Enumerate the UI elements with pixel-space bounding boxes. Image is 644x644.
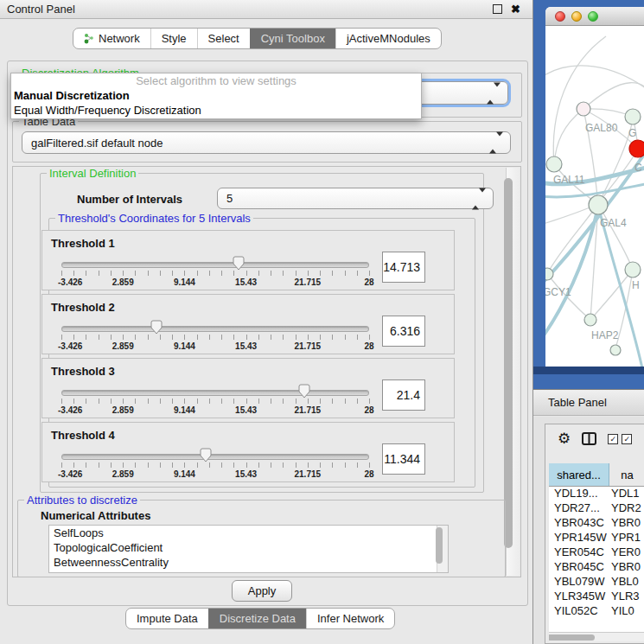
scrollbar-thumb[interactable] xyxy=(549,634,595,641)
scrollbar-thumb[interactable] xyxy=(504,178,513,548)
table-row[interactable]: YBL079WYBL0 xyxy=(549,574,644,589)
threshold-2-slider[interactable]: -3.4262.8599.14415.4321.71528 xyxy=(61,319,369,354)
network-node[interactable] xyxy=(546,156,562,172)
table-data-combobox[interactable]: galFiltered.sif default node xyxy=(22,131,511,154)
cell-name[interactable]: YPR1 xyxy=(609,530,644,545)
close-icon[interactable]: ✖ xyxy=(511,3,520,15)
tab-select[interactable]: Select xyxy=(197,29,250,48)
list-scrollbar[interactable] xyxy=(437,526,448,572)
cell-shared-name[interactable]: YLR345W xyxy=(549,589,609,603)
cell-name[interactable]: YIL0 xyxy=(609,603,644,618)
threshold-4-panel: Threshold 4 -3.4262.8599.14415.4321.7152… xyxy=(41,422,455,482)
apply-button[interactable]: Apply xyxy=(232,580,292,602)
numerical-attributes-list[interactable]: SelfLoops TopologicalCoefficient Between… xyxy=(48,525,449,573)
slider-track[interactable] xyxy=(61,454,369,460)
cell-name[interactable]: YDL1 xyxy=(609,486,644,501)
network-node[interactable] xyxy=(629,140,644,157)
column-header-shared-name[interactable]: shared... xyxy=(549,463,609,486)
threshold-4-value-field[interactable]: 11.344 xyxy=(382,443,425,475)
network-node[interactable] xyxy=(625,262,641,277)
network-window-titlebar[interactable] xyxy=(545,7,644,26)
cell-name[interactable]: YBR0 xyxy=(609,515,644,530)
tick-mark xyxy=(271,335,271,340)
list-item[interactable]: BetweennessCentrality xyxy=(49,555,448,570)
network-node[interactable] xyxy=(577,102,590,116)
threshold-2-value-field[interactable]: 6.316 xyxy=(382,316,425,347)
table-row[interactable]: YDL19...YDL1 xyxy=(549,486,644,501)
zoom-traffic-light-icon[interactable] xyxy=(588,11,598,22)
threshold-3-value-field[interactable]: 21.4 xyxy=(382,379,425,411)
minimize-traffic-light-icon[interactable] xyxy=(571,11,582,22)
cell-shared-name[interactable]: YBL079W xyxy=(549,574,609,589)
network-node[interactable] xyxy=(625,109,641,124)
checkbox-icon[interactable]: ✓ xyxy=(608,434,618,444)
tab-cyni-toolbox[interactable]: Cyni Toolbox xyxy=(250,29,335,48)
list-item[interactable]: TopologicalCoefficient xyxy=(49,540,448,555)
cell-name[interactable]: YDR2 xyxy=(609,501,644,515)
algorithm-option-equal-width[interactable]: Equal Width/Frequency Discretization xyxy=(11,103,421,118)
tab-impute-data[interactable]: Impute Data xyxy=(126,609,208,628)
cell-name[interactable]: YBL0 xyxy=(609,574,644,589)
horizontal-scrollbar[interactable] xyxy=(549,632,644,641)
cell-shared-name[interactable]: YIL052C xyxy=(549,603,609,618)
tick-mark xyxy=(73,462,74,468)
cell-name[interactable]: YLR3 xyxy=(609,589,644,603)
tab-style[interactable]: Style xyxy=(150,29,197,48)
cell-name[interactable]: YER0 xyxy=(609,545,644,559)
tab-discretize-data[interactable]: Discretize Data xyxy=(208,609,306,628)
tick-mark xyxy=(233,399,234,404)
tab-infer-network[interactable]: Infer Network xyxy=(306,609,394,628)
gear-icon[interactable]: ⚙ xyxy=(558,431,571,446)
network-canvas[interactable]: GAL80GCGAL11GAL4GCY1HHAP2 xyxy=(545,26,644,367)
split-view-icon[interactable] xyxy=(582,432,596,445)
float-window-icon[interactable] xyxy=(493,4,502,14)
network-node[interactable] xyxy=(545,268,553,280)
table-row[interactable]: YBR045CYBR0 xyxy=(549,559,644,574)
cell-shared-name[interactable]: YBR043C xyxy=(549,515,609,530)
tab-jactivemnodules[interactable]: jActiveMNodules xyxy=(335,29,441,48)
slider-track[interactable] xyxy=(61,262,369,268)
tab-network[interactable]: Network xyxy=(73,29,150,48)
tick-mark xyxy=(246,335,247,340)
cell-shared-name[interactable]: YDL19... xyxy=(549,486,609,501)
network-node[interactable] xyxy=(589,195,608,214)
tick-mark xyxy=(135,271,136,276)
table-row[interactable]: YDR27...YDR2 xyxy=(549,501,644,515)
network-node[interactable] xyxy=(610,345,621,355)
slider-ticks xyxy=(61,399,369,405)
column-header-name[interactable]: na xyxy=(609,463,644,486)
node-label: H xyxy=(632,279,640,291)
list-item[interactable]: SelfLoops xyxy=(49,526,448,540)
cell-shared-name[interactable]: YPR145W xyxy=(549,530,609,545)
table-panel-header: Table Panel xyxy=(533,389,644,416)
table-row[interactable]: YIL052CYIL0 xyxy=(549,603,644,618)
table-row[interactable]: YLR345WYLR3 xyxy=(549,589,644,603)
cell-shared-name[interactable]: YBR045C xyxy=(549,559,609,574)
cell-shared-name[interactable]: YDR27... xyxy=(549,501,609,515)
number-of-intervals-label: Number of Intervals xyxy=(77,193,182,206)
table-row[interactable]: YBR043CYBR0 xyxy=(549,515,644,530)
tick-mark xyxy=(111,335,112,340)
scrollbar-thumb[interactable] xyxy=(436,527,443,564)
algorithm-prompt-option[interactable]: Select algorithm to view settings xyxy=(11,73,421,88)
tick-mark xyxy=(73,271,74,276)
tick-mark xyxy=(296,271,296,276)
threshold-4-slider[interactable]: -3.4262.8599.14415.4321.71528 xyxy=(61,447,369,481)
table-row[interactable]: YER054CYER0 xyxy=(549,545,644,559)
slider-track[interactable] xyxy=(61,390,369,396)
tick-mark xyxy=(135,462,136,468)
threshold-1-value-field[interactable]: 14.713 xyxy=(382,252,425,283)
slider-track[interactable] xyxy=(61,326,369,332)
threshold-3-slider[interactable]: -3.4262.8599.14415.4321.71528 xyxy=(61,383,369,418)
threshold-1-slider[interactable]: -3.4262.8599.14415.4321.71528 xyxy=(61,255,369,290)
vertical-scrollbar[interactable] xyxy=(506,168,520,576)
cell-name[interactable]: YBR0 xyxy=(609,559,644,574)
number-of-intervals-combobox[interactable]: 5 xyxy=(217,188,494,209)
node-label: GAL11 xyxy=(553,174,585,186)
table-row[interactable]: YPR145WYPR1 xyxy=(549,530,644,545)
algorithm-option-manual[interactable]: Manual Discretization xyxy=(11,88,421,103)
network-node[interactable] xyxy=(584,314,596,326)
checkbox-icon[interactable]: ✓ xyxy=(622,434,632,444)
close-traffic-light-icon[interactable] xyxy=(555,11,565,22)
cell-shared-name[interactable]: YER054C xyxy=(549,545,609,559)
